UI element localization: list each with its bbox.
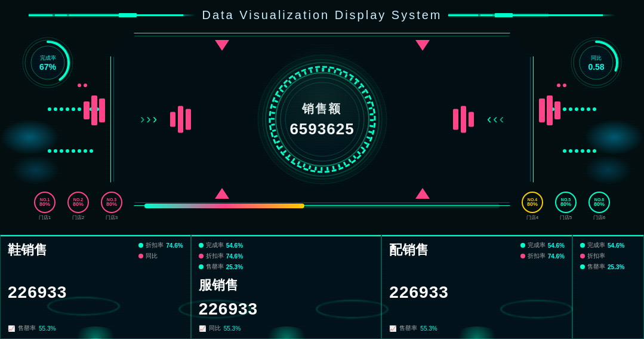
- panel-clothing: 完成率 54.6% 折扣率 74.6% 售罄率 25.3% 服销售 226933…: [191, 235, 382, 339]
- panel-accessories-title: 配销售: [389, 241, 429, 259]
- floor-ring-2: [179, 300, 251, 318]
- sales-label: 销售额: [289, 101, 354, 117]
- left-v-bars: [170, 106, 191, 133]
- center-ring: 销售额 6593625: [257, 54, 388, 185]
- right-gauge: 同比 0.58: [566, 33, 626, 93]
- store-3: NO.3 80% 门店3: [97, 192, 127, 221]
- sales-value: 6593625: [289, 120, 354, 138]
- page-title: Data Visualization Display System: [202, 8, 442, 22]
- bottom-panels: 鞋销售 折扣率 74.6% 同比 226933 📈 售罄率 55.3%: [0, 235, 644, 339]
- floor-ring-4: [501, 300, 572, 318]
- store-group-right: NO.4 80% 门店4 NO.5 80% 门店5 NO.6 80% 门店6: [517, 192, 614, 221]
- floor-ring-3: [316, 300, 388, 318]
- header-line-left: [29, 14, 196, 16]
- header-line-right: [448, 14, 615, 16]
- left-gauge: 完成率 67%: [18, 33, 78, 93]
- store-4: NO.4 80% 门店4: [517, 192, 547, 221]
- right-gauge-label: 同比: [588, 54, 604, 62]
- panel-accessories: 配销售 完成率 54.6% 折扣率 74.6% 226933 📈 售罄率 55.…: [381, 235, 572, 339]
- panel-clothing-title: 服销售: [199, 276, 374, 294]
- left-gauge-value: 67%: [39, 62, 56, 72]
- panel-accessories-number: 226933: [389, 283, 565, 302]
- right-arrows: ‹ ‹ ‹: [487, 112, 504, 127]
- right-gauge-value: 0.58: [588, 62, 604, 72]
- tri-top-right: [415, 40, 430, 51]
- left-gauge-label: 完成率: [39, 54, 56, 62]
- floor-ring-1: [48, 297, 119, 315]
- store-6: NO.6 80% 门店6: [584, 192, 614, 221]
- store-1: NO.1 80% 门店1: [30, 192, 60, 221]
- panel-shoes: 鞋销售 折扣率 74.6% 同比 226933 📈 售罄率 55.3%: [0, 235, 191, 339]
- tri-top-left: [215, 40, 229, 51]
- panel-extra: 完成率 54.6% 折扣率 售罄率 25.3%: [572, 235, 644, 339]
- stores-area: NO.1 80% 门店1 NO.2 80% 门店2 NO.3 80% 门店3: [30, 185, 614, 227]
- store-2: NO.2 80% 门店2: [63, 192, 93, 221]
- store-5: NO.5 80% 门店5: [551, 192, 581, 221]
- header: Data Visualization Display System: [0, 0, 644, 30]
- main-panel: › › › ‹ ‹ ‹: [110, 33, 534, 206]
- left-arrows: › › ›: [140, 112, 157, 127]
- right-v-bars: [453, 106, 474, 133]
- progress-bar: [144, 204, 500, 208]
- store-group-left: NO.1 80% 门店1 NO.2 80% 门店2 NO.3 80% 门店3: [30, 192, 127, 221]
- panel-shoes-title: 鞋销售: [8, 241, 47, 259]
